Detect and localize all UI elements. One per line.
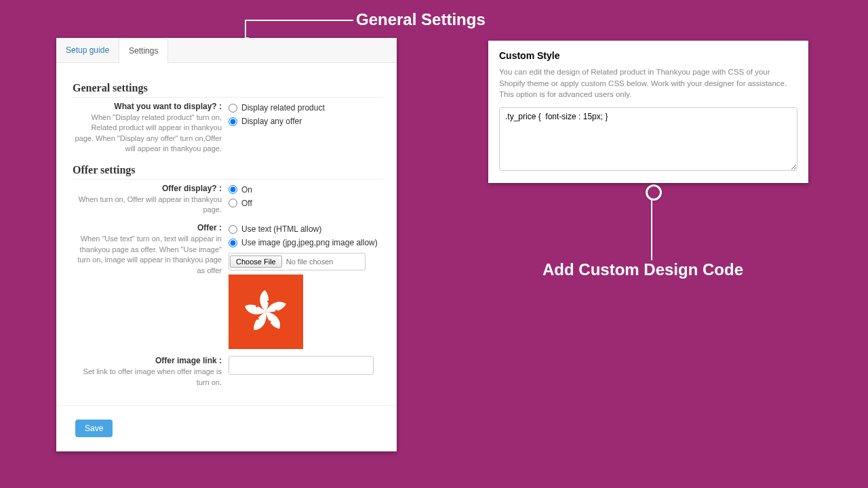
callout-custom-code: Add Custom Design Code: [542, 260, 743, 279]
radio-label: Off: [241, 199, 252, 208]
custom-style-panel: Custom Style You can edit the design of …: [488, 41, 808, 183]
radio-display-related[interactable]: Display related product: [229, 102, 383, 114]
callout-marker-icon: [646, 184, 662, 201]
save-button[interactable]: Save: [75, 420, 113, 437]
radio-offer-image[interactable]: Use image (jpg,jpeg,png image allow): [229, 237, 383, 249]
radio-label: Display any offer: [241, 117, 302, 126]
file-picker[interactable]: Choose File No file chosen: [229, 253, 366, 270]
settings-panel: Setup guide Settings General settings Wh…: [56, 38, 397, 451]
radio-display-related-input[interactable]: [229, 104, 237, 113]
radio-label: On: [241, 185, 252, 195]
callout-leader: [651, 199, 652, 260]
offer-display-label: Offer display? :: [73, 184, 222, 193]
radio-offer-on-input[interactable]: [229, 185, 237, 194]
section-offer-heading: Offer settings: [73, 164, 383, 180]
chosen-file-name: No file chosen: [286, 258, 334, 266]
radio-offer-off-input[interactable]: [229, 199, 237, 207]
radio-display-any-offer-input[interactable]: [229, 117, 237, 126]
radio-label: Use image (jpg,jpeg,png image allow): [241, 238, 378, 247]
radio-offer-text-input[interactable]: [229, 225, 237, 234]
offer-image-link-help: Set link to offer image when offer image…: [73, 367, 222, 388]
callout-leader: [245, 20, 353, 21]
radio-label: Display related product: [241, 103, 325, 113]
radio-offer-off[interactable]: Off: [229, 197, 383, 209]
tab-setup-guide[interactable]: Setup guide: [56, 39, 119, 63]
custom-style-description: You can edit the design of Related produ…: [499, 66, 797, 100]
display-mode-label: What you want to display? :: [73, 102, 222, 111]
offer-image-link-input[interactable]: [229, 356, 374, 375]
custom-style-heading: Custom Style: [499, 50, 797, 61]
offer-image-preview: [229, 274, 303, 349]
radio-offer-image-input[interactable]: [229, 239, 237, 247]
radio-label: Use text (HTML allow): [241, 224, 321, 234]
radio-offer-text[interactable]: Use text (HTML allow): [229, 223, 383, 235]
offer-type-label: Offer :: [73, 223, 222, 232]
radio-display-any-offer[interactable]: Display any offer: [229, 115, 383, 127]
offer-image-link-label: Offer image link :: [73, 356, 222, 365]
radio-offer-on[interactable]: On: [229, 184, 383, 196]
offer-display-help: When turn on, Offer will appear in thank…: [73, 195, 222, 216]
choose-file-button[interactable]: Choose File: [230, 256, 282, 268]
custom-css-textarea[interactable]: [499, 107, 797, 171]
section-general-heading: General settings: [73, 82, 383, 98]
tab-settings[interactable]: Settings: [119, 39, 168, 63]
svg-point-0: [267, 301, 270, 303]
offer-type-help: When "Use text" turn on, text will appea…: [73, 234, 222, 276]
flower-icon: [239, 285, 293, 339]
tab-bar: Setup guide Settings: [56, 38, 397, 63]
display-mode-help: When "Display related product" turn on, …: [73, 113, 222, 155]
callout-general-settings: General Settings: [356, 10, 486, 29]
